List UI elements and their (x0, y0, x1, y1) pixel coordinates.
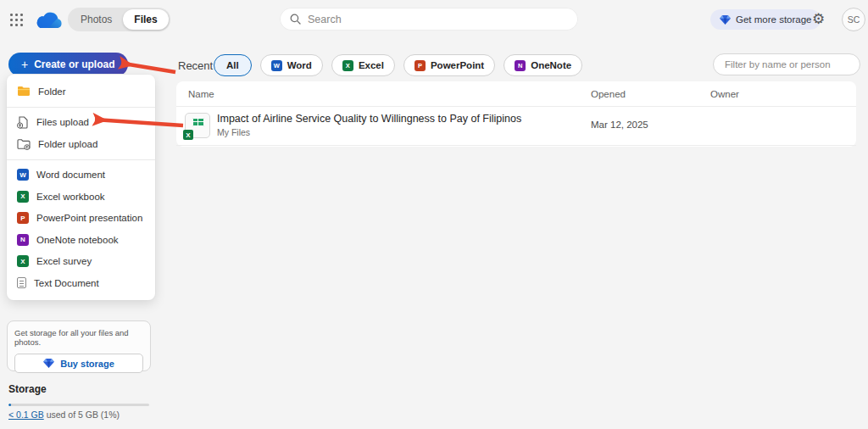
search-icon (290, 14, 301, 25)
storage-promo-card: Get storage for all your files and photo… (7, 320, 151, 371)
pill-label: Excel (359, 60, 384, 70)
create-or-upload-button[interactable]: + Create or upload (8, 53, 128, 76)
storage-usage-rest: used of 5 GB (1%) (44, 410, 120, 420)
onenote-icon: N (515, 60, 526, 71)
column-header-owner[interactable]: Owner (710, 89, 739, 99)
pill-label: Word (287, 60, 312, 70)
menu-item-label: Folder upload (38, 139, 97, 149)
app-launcher-icon[interactable] (10, 14, 23, 26)
recent-files-table: Name Opened Owner X Impact of Airline Se… (176, 81, 856, 147)
create-or-upload-label: Create or upload (34, 58, 114, 70)
menu-item-word-document[interactable]: W Word document (7, 164, 155, 187)
column-header-opened[interactable]: Opened (591, 89, 626, 99)
filter-pill-onenote[interactable]: N OneNote (504, 54, 582, 76)
menu-item-folder-upload[interactable]: Folder upload (7, 133, 155, 155)
menu-item-label: Excel workbook (36, 192, 105, 202)
column-header-name[interactable]: Name (188, 89, 214, 99)
filter-pill-word[interactable]: W Word (260, 54, 323, 76)
get-more-storage-button[interactable]: Get more storage (710, 9, 821, 30)
search-input[interactable] (308, 14, 568, 25)
get-more-storage-label: Get more storage (736, 14, 811, 25)
menu-item-label: Folder (38, 86, 66, 97)
tab-photos[interactable]: Photos (70, 9, 123, 30)
view-toggle: Photos Files (68, 8, 170, 31)
excel-file-icon: X (185, 113, 210, 138)
pill-label: All (226, 60, 239, 70)
menu-item-label: Files upload (36, 117, 89, 127)
menu-item-label: Text Document (34, 278, 99, 288)
storage-progress-bar (8, 404, 149, 406)
filter-by-name-input[interactable] (713, 53, 860, 75)
file-location: My Files (217, 127, 250, 137)
storage-usage-text: < 0.1 GB used of 5 GB (1%) (8, 410, 120, 420)
filter-pill-all[interactable]: All (214, 54, 252, 76)
powerpoint-icon: P (415, 60, 426, 71)
top-bar: Photos Files Get more storage ⚙ SC (0, 0, 868, 39)
storage-heading: Storage (8, 383, 47, 395)
pill-label: PowerPoint (431, 60, 484, 70)
plus-icon: + (21, 58, 28, 71)
filter-pill-excel[interactable]: X Excel (331, 54, 395, 76)
storage-promo-text: Get storage for all your files and photo… (14, 328, 143, 347)
recent-label: Recent (178, 59, 213, 72)
menu-item-onenote-notebook[interactable]: N OneNote notebook (7, 229, 155, 251)
diamond-icon (720, 15, 731, 25)
menu-item-label: Word document (36, 170, 105, 180)
menu-item-powerpoint-presentation[interactable]: P PowerPoint presentation (7, 208, 155, 230)
file-name[interactable]: Impact of Airline Service Quality to Wil… (217, 113, 521, 125)
buy-storage-label: Buy storage (60, 359, 114, 369)
search-box[interactable] (280, 8, 578, 31)
arrow-to-create-button (121, 64, 175, 73)
text-document-icon (17, 277, 26, 288)
avatar[interactable]: SC (842, 8, 865, 31)
pill-label: OneNote (531, 60, 571, 70)
file-opened-date: Mar 12, 2025 (591, 120, 648, 130)
gear-icon[interactable]: ⚙ (812, 10, 825, 28)
filter-pills: All W Word X Excel P PowerPoint N OneNot… (214, 54, 582, 76)
excel-survey-icon: X (17, 255, 29, 267)
excel-icon: X (17, 191, 29, 203)
menu-item-folder[interactable]: Folder (7, 81, 155, 103)
menu-item-excel-workbook[interactable]: X Excel workbook (7, 186, 155, 208)
word-icon: W (17, 169, 29, 181)
folder-icon (17, 86, 31, 97)
create-upload-dropdown: Folder Files upload Folder upload W Word… (7, 75, 155, 300)
menu-item-text-document[interactable]: Text Document (7, 272, 155, 294)
tab-files[interactable]: Files (123, 9, 168, 30)
excel-icon: X (342, 60, 353, 71)
menu-item-label: Excel survey (36, 256, 92, 266)
menu-divider (7, 107, 155, 108)
buy-storage-button[interactable]: Buy storage (14, 354, 143, 373)
menu-item-excel-survey[interactable]: X Excel survey (7, 251, 155, 273)
menu-item-label: PowerPoint presentation (36, 213, 142, 223)
menu-item-files-upload[interactable]: Files upload (7, 112, 155, 134)
menu-item-label: OneNote notebook (36, 235, 119, 245)
word-icon: W (271, 60, 282, 71)
table-row[interactable]: X Impact of Airline Service Quality to W… (176, 107, 856, 146)
table-header: Name Opened Owner (176, 81, 856, 107)
onenote-icon: N (17, 234, 29, 246)
folder-upload-icon (17, 138, 31, 150)
onedrive-logo[interactable] (34, 10, 64, 30)
powerpoint-icon: P (17, 212, 29, 224)
file-upload-icon (17, 116, 29, 129)
diamond-icon (43, 359, 54, 368)
filter-pill-powerpoint[interactable]: P PowerPoint (403, 54, 495, 76)
storage-used-link[interactable]: < 0.1 GB (8, 410, 44, 420)
storage-progress-fill (8, 404, 11, 406)
menu-divider (7, 159, 155, 160)
